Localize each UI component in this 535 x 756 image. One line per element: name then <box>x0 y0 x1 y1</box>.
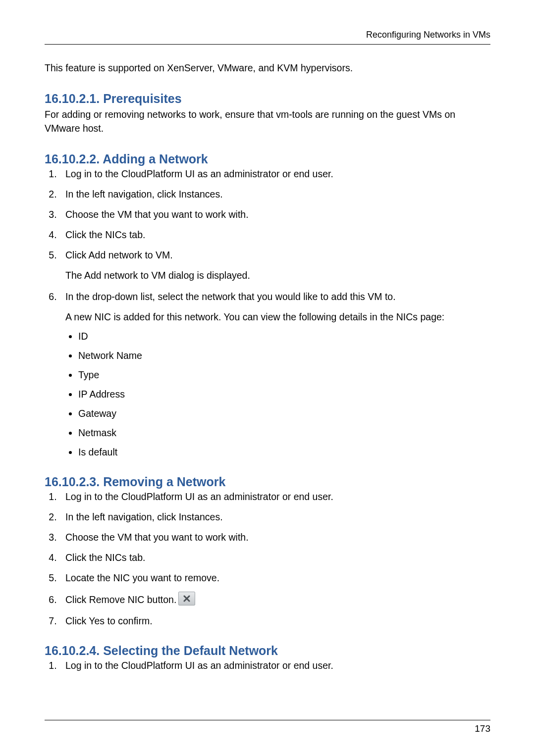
removing-steps-list: Log in to the CloudPlatform UI as an adm… <box>45 491 490 627</box>
running-header: Reconfiguring Networks in VMs <box>45 30 490 45</box>
step-text: Choose the VM that you want to work with… <box>65 532 249 543</box>
list-item: In the drop-down list, select the networ… <box>59 291 490 458</box>
step-text: Click the NICs tab. <box>65 552 145 563</box>
list-item: Log in to the CloudPlatform UI as an adm… <box>59 491 490 503</box>
list-item: Click the NICs tab. <box>59 552 490 563</box>
list-item: Choose the VM that you want to work with… <box>59 532 490 543</box>
list-item: IP Address <box>78 389 490 400</box>
list-item: Choose the VM that you want to work with… <box>59 209 490 220</box>
list-item: Click Add network to VM. The Add network… <box>59 250 490 282</box>
step-text: Click Yes to confirm. <box>65 615 153 626</box>
step-text: In the left navigation, click Instances. <box>65 511 223 522</box>
running-title: Reconfiguring Networks in VMs <box>366 30 490 40</box>
section-heading-prereq: 16.10.2.1. Prerequisites <box>45 92 490 106</box>
close-x-icon <box>183 595 190 602</box>
step-text: Log in to the CloudPlatform UI as an adm… <box>65 660 333 671</box>
list-item: In the left navigation, click Instances. <box>59 189 490 200</box>
list-item: In the left navigation, click Instances. <box>59 511 490 523</box>
section-heading-adding: 16.10.2.2. Adding a Network <box>45 152 490 166</box>
step-text: Click Remove NIC button. <box>65 594 176 605</box>
remove-nic-button[interactable] <box>178 592 195 605</box>
list-item: Type <box>78 369 490 381</box>
step-text: Locate the NIC you want to remove. <box>65 572 219 583</box>
list-item: Locate the NIC you want to remove. <box>59 572 490 584</box>
step-text: Choose the VM that you want to work with… <box>65 209 249 220</box>
list-item: Click the NICs tab. <box>59 229 490 241</box>
list-item: Network Name <box>78 350 490 361</box>
intro-paragraph: This feature is supported on XenServer, … <box>45 61 490 75</box>
list-item: Netmask <box>78 427 490 439</box>
adding-steps-list: Log in to the CloudPlatform UI as an adm… <box>45 168 490 458</box>
step-text: In the drop-down list, select the networ… <box>65 291 396 302</box>
nic-details-list: ID Network Name Type IP Address Gateway … <box>65 331 490 458</box>
list-item: Gateway <box>78 408 490 419</box>
list-item: Click Yes to confirm. <box>59 615 490 627</box>
selecting-steps-list: Log in to the CloudPlatform UI as an adm… <box>45 660 490 671</box>
step-text: Click Add network to VM. <box>65 250 173 260</box>
list-item: ID <box>78 331 490 342</box>
page-container: Reconfiguring Networks in VMs This featu… <box>0 0 535 756</box>
step-text: In the left navigation, click Instances. <box>65 189 223 200</box>
page-number: 173 <box>475 723 490 734</box>
prereq-body: For adding or removing networks to work,… <box>45 108 490 135</box>
list-item: Is default <box>78 447 490 458</box>
step-text: Log in to the CloudPlatform UI as an adm… <box>65 491 333 502</box>
step-text: Log in to the CloudPlatform UI as an adm… <box>65 168 333 179</box>
section-heading-selecting: 16.10.2.4. Selecting the Default Network <box>45 644 490 658</box>
page-footer: 173 <box>45 720 490 734</box>
step-subtext: The Add network to VM dialog is displaye… <box>65 269 490 282</box>
list-item: Click Remove NIC button. <box>59 593 490 606</box>
list-item: Log in to the CloudPlatform UI as an adm… <box>59 660 490 671</box>
step-subtext: A new NIC is added for this network. You… <box>65 310 490 324</box>
section-heading-removing: 16.10.2.3. Removing a Network <box>45 475 490 489</box>
step-text: Click the NICs tab. <box>65 229 145 240</box>
list-item: Log in to the CloudPlatform UI as an adm… <box>59 168 490 180</box>
